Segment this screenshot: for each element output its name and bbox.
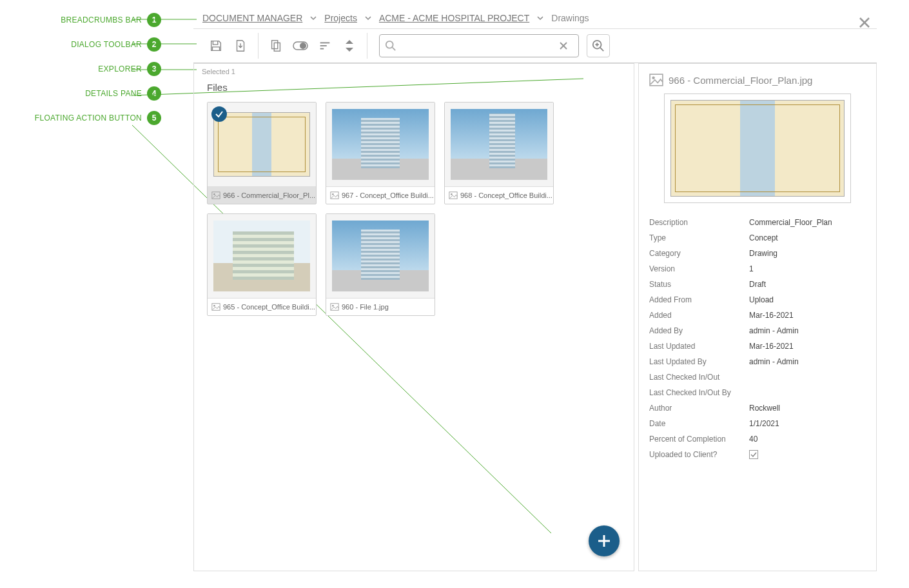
reorder-button[interactable] — [338, 35, 360, 57]
annotation-label: DETAILS PANE — [85, 89, 142, 98]
close-icon — [559, 41, 568, 50]
property-label: Version — [649, 264, 749, 273]
property-label: Uploaded to Client? — [649, 450, 749, 460]
file-caption: 968 - Concept_Office Buildi... — [445, 186, 553, 204]
property-label: Type — [649, 233, 749, 242]
search-box[interactable] — [379, 34, 579, 57]
file-thumbnail — [445, 103, 553, 186]
copy-button[interactable] — [265, 35, 287, 57]
property-value: admin - Admin — [749, 357, 866, 366]
property-value: Commercial_Floor_Plan — [749, 218, 866, 227]
property-label: Added From — [649, 295, 749, 304]
annotation-row: EXPLORER 3 — [0, 62, 168, 76]
export-button[interactable] — [230, 35, 251, 57]
property-value — [749, 450, 866, 460]
chevron-down-icon[interactable] — [308, 15, 319, 21]
chevron-down-icon[interactable] — [362, 15, 374, 21]
file-name: 960 - File 1.jpg — [342, 303, 389, 311]
floating-action-button[interactable] — [589, 525, 620, 556]
export-icon — [233, 39, 248, 53]
property-row: StatusDraft — [649, 277, 866, 292]
property-label: Date — [649, 419, 749, 428]
toolbar-group-search — [367, 33, 616, 59]
property-value: 1/1/2021 — [749, 419, 866, 428]
save-button[interactable] — [205, 35, 227, 57]
file-name: 968 - Concept_Office Buildi... — [460, 191, 552, 199]
svg-point-35 — [652, 77, 654, 79]
property-row: Last Checked In/Out By — [649, 385, 866, 400]
property-row: Version1 — [649, 261, 866, 277]
property-value: Drawing — [749, 249, 866, 258]
property-list: DescriptionCommercial_Floor_PlanTypeConc… — [649, 215, 866, 463]
file-card[interactable]: 960 - File 1.jpg — [326, 213, 435, 316]
annotation-badge: 3 — [147, 62, 161, 76]
annotation-row: FLOATING ACTION BUTTON 5 — [0, 111, 168, 125]
details-preview[interactable] — [664, 93, 851, 203]
svg-rect-7 — [272, 41, 278, 49]
property-row: AuthorRockwell — [649, 400, 866, 416]
svg-point-29 — [213, 305, 215, 307]
svg-line-19 — [600, 48, 603, 51]
property-value — [749, 373, 866, 382]
property-value: Rockwell — [749, 404, 866, 413]
breadcrumb-item[interactable]: ACME - ACME HOSPITAL PROJECT — [376, 12, 532, 24]
property-row: Added FromUpload — [649, 292, 866, 308]
property-label: Added — [649, 311, 749, 320]
file-card[interactable]: 966 - Commercial_Floor_Pl... — [207, 102, 317, 204]
svg-point-23 — [213, 193, 215, 195]
toolbar-group-view — [259, 33, 367, 59]
file-name: 967 - Concept_Office Buildi... — [342, 191, 434, 199]
file-caption: 965 - Concept_Office Buildi... — [208, 298, 316, 315]
annotation-label: FLOATING ACTION BUTTON — [35, 113, 142, 122]
property-row: Date1/1/2021 — [649, 416, 866, 431]
property-label: Author — [649, 404, 749, 413]
selected-check-icon — [211, 106, 227, 122]
property-row: Last UpdatedMar-16-2021 — [649, 338, 866, 354]
svg-point-10 — [300, 43, 306, 49]
property-label: Description — [649, 218, 749, 227]
search-input[interactable] — [399, 41, 559, 51]
file-card[interactable]: 967 - Concept_Office Buildi... — [326, 102, 435, 204]
document-manager-dialog: DOCUMENT MANAGER Projects ACME - ACME HO… — [193, 8, 877, 575]
details-pane: 966 - Commercial_Floor_Plan.jpg Descript… — [638, 63, 877, 571]
annotation-badge: 4 — [147, 86, 161, 101]
image-icon — [649, 73, 663, 87]
property-value: Draft — [749, 280, 866, 289]
selection-count: Selected 1 — [199, 66, 629, 78]
save-icon — [209, 39, 223, 53]
breadcrumb-item[interactable]: Projects — [322, 12, 360, 24]
close-button[interactable] — [852, 14, 877, 31]
file-caption: 967 - Concept_Office Buildi... — [326, 186, 435, 204]
close-icon — [859, 17, 870, 28]
plus-icon — [596, 533, 612, 549]
breadcrumbs-bar: DOCUMENT MANAGER Projects ACME - ACME HO… — [193, 8, 877, 29]
property-row: DescriptionCommercial_Floor_Plan — [649, 215, 866, 230]
breadcrumb-item[interactable]: DOCUMENT MANAGER — [200, 12, 305, 24]
image-icon — [211, 302, 220, 311]
property-value: Mar-16-2021 — [749, 311, 866, 320]
annotation-row: DETAILS PANE 4 — [0, 86, 168, 101]
property-label: Added By — [649, 326, 749, 335]
annotation-badge: 2 — [147, 37, 161, 52]
property-row: Last Checked In/Out — [649, 369, 866, 385]
zoom-button[interactable] — [587, 34, 610, 57]
svg-line-15 — [393, 48, 396, 51]
checkbox-checked[interactable] — [749, 450, 758, 459]
sort-button[interactable] — [314, 35, 336, 57]
property-label: Last Checked In/Out By — [649, 388, 749, 397]
file-card[interactable]: 965 - Concept_Office Buildi... — [207, 213, 317, 316]
annotation-badge: 1 — [147, 13, 161, 27]
file-caption: 960 - File 1.jpg — [326, 298, 435, 315]
file-thumbnail — [326, 214, 435, 298]
annotation-label: DIALOG TOOLBAR — [71, 40, 142, 49]
details-title: 966 - Commercial_Floor_Plan.jpg — [669, 75, 812, 86]
annotation-row: BREADCRUMBS BAR 1 — [0, 13, 168, 27]
property-label: Status — [649, 280, 749, 289]
file-card[interactable]: 968 - Concept_Office Buildi... — [444, 102, 554, 204]
search-icon — [385, 40, 399, 52]
chevron-down-icon[interactable] — [534, 15, 546, 21]
clear-search-button[interactable] — [559, 41, 573, 50]
zoom-in-icon — [592, 39, 605, 52]
property-value: Concept — [749, 233, 866, 242]
toggle-button[interactable] — [289, 35, 311, 57]
